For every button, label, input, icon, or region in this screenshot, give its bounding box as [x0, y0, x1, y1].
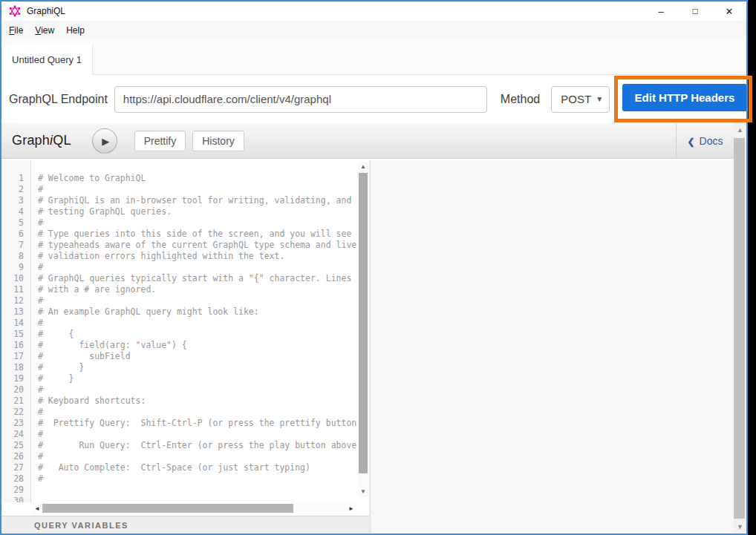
- query-pane: 1234567891011121314151617181920212223242…: [1, 160, 369, 534]
- tab-strip: Untitled Query 1: [1, 40, 746, 75]
- menu-help[interactable]: Help: [60, 22, 91, 39]
- code-editor[interactable]: # Welcome to GraphiQL## GraphiQL is an i…: [32, 160, 357, 502]
- history-button[interactable]: History: [192, 131, 244, 151]
- play-icon: [100, 134, 109, 148]
- close-button[interactable]: ✕: [712, 1, 746, 21]
- method-value: POST: [561, 93, 591, 105]
- query-editor[interactable]: 1234567891011121314151617181920212223242…: [1, 160, 369, 516]
- logo-graph: Graph: [12, 133, 50, 148]
- menu-view[interactable]: View: [29, 22, 60, 39]
- screenshot-root: GraphiQL – □ ✕ File View Help Untitled Q…: [0, 0, 756, 535]
- maximize-icon: □: [692, 6, 697, 16]
- editor-vertical-scrollbar[interactable]: ▲ ▼: [358, 162, 368, 496]
- window-controls: – □ ✕: [644, 1, 746, 21]
- main-area: 1234567891011121314151617181920212223242…: [1, 160, 746, 534]
- tab-untitled-query-1[interactable]: Untitled Query 1: [1, 44, 93, 75]
- code-content: # Welcome to GraphiQL## GraphiQL is an i…: [38, 173, 357, 502]
- scroll-right-icon[interactable]: ►: [347, 503, 356, 513]
- menu-file[interactable]: File: [3, 22, 29, 39]
- close-icon: ✕: [726, 6, 734, 17]
- app-window: GraphiQL – □ ✕ File View Help Untitled Q…: [0, 0, 748, 535]
- edit-http-headers-button[interactable]: Edit HTTP Headers: [622, 84, 747, 111]
- maximize-button[interactable]: □: [678, 1, 712, 21]
- method-select[interactable]: POST ▼: [551, 86, 610, 113]
- window-scroll-thumb[interactable]: [734, 138, 745, 519]
- minimize-button[interactable]: –: [644, 1, 678, 21]
- endpoint-label: GraphQL Endpoint: [9, 93, 108, 106]
- window-title: GraphiQL: [27, 6, 65, 16]
- menu-view-accel: V: [35, 25, 41, 36]
- endpoint-row: GraphQL Endpoint Method POST ▼ Edit HTTP…: [1, 75, 746, 123]
- menu-view-label: iew: [41, 25, 54, 36]
- menu-bar: File View Help: [1, 21, 746, 40]
- scroll-down-icon[interactable]: ▼: [358, 487, 368, 496]
- title-bar: GraphiQL – □ ✕: [1, 1, 746, 21]
- chevron-down-icon: ▼: [596, 95, 603, 103]
- docs-button[interactable]: Docs: [676, 123, 734, 158]
- scroll-up-icon[interactable]: ▲: [358, 162, 368, 171]
- window-scroll-down-icon[interactable]: ▼: [734, 520, 746, 533]
- window-scroll-up-icon[interactable]: ▲: [734, 123, 746, 136]
- window-scrollbar[interactable]: ▲ ▼: [734, 122, 746, 534]
- chevron-left-icon: [688, 135, 700, 147]
- graphiql-logo: GraphiQL: [12, 133, 71, 148]
- tab-label: Untitled Query 1: [12, 54, 82, 65]
- query-variables-header[interactable]: QUERY VARIABLES: [1, 516, 369, 534]
- line-numbers: 1234567891011121314151617181920212223242…: [1, 173, 30, 502]
- method-label: Method: [501, 93, 540, 106]
- minimize-icon: –: [658, 6, 663, 17]
- endpoint-input[interactable]: [114, 86, 487, 113]
- editor-vscroll-thumb[interactable]: [359, 173, 368, 473]
- editor-horizontal-scrollbar[interactable]: ◄ ►: [33, 503, 356, 513]
- execute-query-button[interactable]: [92, 128, 117, 154]
- docs-label: Docs: [700, 135, 723, 147]
- logo-ql: QL: [53, 133, 71, 148]
- menu-help-label: Help: [66, 25, 85, 36]
- prettify-button[interactable]: Prettify: [134, 131, 186, 151]
- line-number-gutter: 1234567891011121314151617181920212223242…: [1, 160, 31, 502]
- graphiql-toolbar: GraphiQL Prettify History Docs: [1, 123, 746, 159]
- query-variables-title: QUERY VARIABLES: [34, 521, 128, 530]
- result-panel: [371, 160, 746, 534]
- graphql-logo-icon: [9, 5, 21, 17]
- editor-hscroll-thumb[interactable]: [42, 504, 293, 513]
- scroll-left-icon[interactable]: ◄: [33, 503, 42, 513]
- menu-file-label: ile: [14, 25, 23, 36]
